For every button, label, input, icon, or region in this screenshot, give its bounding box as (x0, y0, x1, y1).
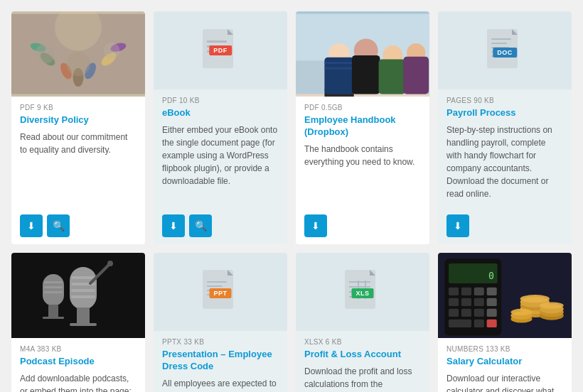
svg-rect-23 (324, 62, 353, 64)
card-body-handbook: PDF 0.5GB Employee Handbook (Dropbox) Th… (296, 97, 429, 207)
download-button-payroll[interactable]: ⬇ (446, 214, 469, 237)
card-title-payroll[interactable]: Payroll Process (446, 107, 563, 119)
card-desc-handbook: The handbook contains everything you nee… (304, 143, 421, 200)
card-desc-ebook: Either embed your eBook onto the single … (162, 124, 279, 200)
svg-rect-50 (71, 289, 95, 292)
svg-rect-43 (44, 286, 63, 288)
xls-icon-profit: XLS (343, 268, 383, 315)
svg-point-98 (510, 309, 532, 315)
card-body-diversity: PDF 9 KB Diversity Policy Read about our… (11, 97, 145, 207)
svg-rect-42 (44, 281, 63, 283)
card-diversity-policy: PDF 9 KB Diversity Policy Read about our… (11, 11, 145, 244)
card-image-profit: XLS (296, 253, 429, 331)
svg-point-95 (540, 302, 564, 308)
card-desc-diversity: Read about our commitment to equality an… (20, 131, 137, 200)
svg-rect-76 (449, 298, 459, 306)
card-desc-payroll: Step-by-step instructions on handling pa… (446, 124, 563, 200)
card-image-diversity (11, 11, 145, 97)
svg-rect-72 (449, 288, 459, 295)
card-image-salary: 0 (438, 253, 572, 338)
svg-rect-85 (474, 320, 484, 327)
svg-rect-33 (491, 38, 511, 40)
card-title-salary[interactable]: Salary Calculator (446, 356, 563, 368)
svg-rect-73 (461, 288, 471, 295)
download-button-ebook[interactable]: ⬇ (162, 214, 185, 237)
card-image-ebook: PDF (154, 11, 287, 89)
card-desc-profit: Download the profit and loss calculation… (304, 365, 421, 392)
svg-rect-39 (43, 274, 64, 306)
svg-rect-34 (491, 43, 507, 44)
card-employee-handbook: PDF 0.5GB Employee Handbook (Dropbox) Th… (296, 11, 429, 244)
svg-point-11 (104, 43, 120, 59)
card-profit-loss: XLS XLSX 6 KB Profit & Loss Account Down… (296, 253, 429, 392)
card-image-payroll: DOC (438, 11, 572, 89)
svg-rect-44 (44, 291, 63, 293)
svg-rect-57 (207, 285, 223, 287)
file-meta-presentation: PPTX 33 KB (162, 338, 279, 346)
card-title-presentation[interactable]: Presentation – Employee Dress Code (162, 349, 279, 373)
svg-rect-63 (349, 286, 370, 288)
search-button-ebook[interactable]: 🔍 (189, 214, 212, 237)
card-title-ebook[interactable]: eBook (162, 107, 279, 119)
card-body-profit: XLSX 6 KB Profit & Loss Account Download… (296, 331, 429, 392)
card-desc-presentation: All employees are expected to look profe… (162, 377, 279, 392)
svg-rect-62 (349, 281, 370, 283)
card-title-profit[interactable]: Profit & Loss Account (304, 349, 421, 361)
card-desc-podcast: Add downloadable podcasts, or embed them… (20, 372, 137, 392)
card-body-salary: NUMBERS 133 KB Salary Calculator Downloa… (438, 338, 572, 392)
card-actions-payroll: ⬇ (438, 214, 572, 244)
pdf-icon-ebook: PDF (199, 26, 242, 75)
card-body-podcast: M4A 383 KB Podcast Episode Add downloada… (11, 338, 145, 392)
card-desc-salary: Download our interactive calculator and … (446, 372, 563, 392)
download-button-handbook[interactable]: ⬇ (304, 214, 327, 237)
svg-point-91 (520, 295, 550, 303)
card-actions-diversity: ⬇ 🔍 (11, 214, 145, 244)
svg-rect-28 (379, 60, 406, 94)
svg-rect-47 (70, 323, 97, 326)
ppt-icon-presentation: PPT (201, 268, 240, 315)
card-body-payroll: PAGES 90 KB Payroll Process Step-by-step… (438, 89, 572, 207)
svg-rect-77 (461, 298, 471, 306)
svg-rect-75 (487, 288, 497, 295)
document-library-grid: PDF 9 KB Diversity Policy Read about our… (11, 11, 572, 392)
file-meta-ebook: PDF 10 KB (162, 97, 279, 104)
svg-rect-86 (487, 320, 497, 327)
svg-rect-83 (487, 309, 497, 317)
search-button-diversity[interactable]: 🔍 (47, 214, 70, 237)
card-image-podcast (11, 253, 145, 338)
svg-rect-81 (461, 309, 471, 317)
svg-rect-78 (474, 298, 484, 306)
svg-rect-30 (403, 57, 429, 94)
file-meta-profit: XLSX 6 KB (304, 338, 421, 346)
card-salary-calculator: 0 (438, 253, 572, 392)
svg-rect-48 (71, 276, 95, 279)
card-title-diversity[interactable]: Diversity Policy (20, 114, 137, 126)
card-payroll-process: DOC PAGES 90 KB Payroll Process Step-by-… (438, 11, 572, 244)
svg-rect-84 (449, 320, 471, 327)
download-button-diversity[interactable]: ⬇ (20, 214, 43, 237)
svg-rect-79 (487, 298, 497, 306)
svg-rect-24 (324, 67, 353, 70)
card-presentation-dress-code: PPT PPTX 33 KB Presentation – Employee D… (154, 253, 287, 392)
svg-rect-51 (71, 295, 95, 298)
svg-rect-41 (43, 317, 64, 319)
svg-text:0: 0 (488, 271, 494, 281)
svg-rect-15 (207, 40, 227, 43)
card-image-presentation: PPT (154, 253, 287, 331)
file-meta-salary: NUMBERS 133 KB (446, 345, 563, 353)
svg-point-10 (35, 44, 55, 64)
card-body-presentation: PPTX 33 KB Presentation – Employee Dress… (154, 331, 287, 392)
file-meta-diversity: PDF 9 KB (20, 104, 137, 111)
svg-point-53 (107, 261, 113, 266)
card-title-handbook[interactable]: Employee Handbook (Dropbox) (304, 114, 421, 138)
svg-rect-82 (474, 309, 484, 317)
doc-icon-payroll: DOC (486, 28, 525, 74)
card-title-podcast[interactable]: Podcast Episode (20, 356, 137, 368)
svg-point-12 (66, 52, 90, 76)
svg-rect-74 (474, 288, 484, 295)
svg-rect-56 (207, 281, 227, 283)
svg-rect-80 (449, 309, 459, 317)
card-body-ebook: PDF 10 KB eBook Either embed your eBook … (154, 89, 287, 207)
svg-rect-26 (352, 55, 380, 94)
file-meta-podcast: M4A 383 KB (20, 345, 137, 353)
